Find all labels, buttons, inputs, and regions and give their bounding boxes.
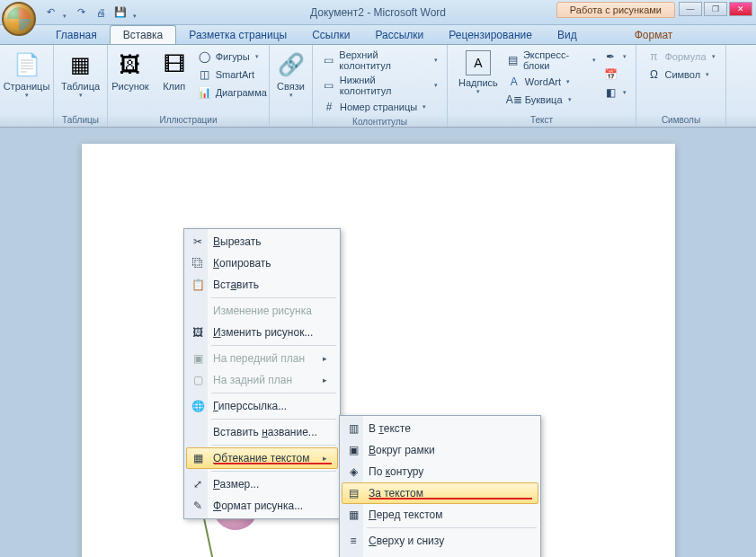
tab-view[interactable]: Вид [545,26,590,44]
wrap-top-bottom[interactable]: ≡Сверху и снизу [342,530,538,552]
submenu-arrow-icon: ▸ [323,376,327,385]
pi-icon: π [646,49,661,64]
menu-bring-front: ▣На передний план▸ [186,348,338,369]
submenu-arrow-icon: ▸ [323,354,327,363]
window-title: Документ2 - Microsoft Word [310,6,446,19]
header-icon: ▭ [322,53,335,67]
tab-insert[interactable]: Вставка [110,25,177,44]
shapes-icon: ◯ [198,49,212,64]
textbox-icon: A [466,50,491,75]
chart-button[interactable]: 📊Диаграмма [196,84,269,101]
wrap-square-icon: ▣ [345,442,361,458]
object-button[interactable]: ◧▾ [601,84,628,101]
signature-button[interactable]: ✒▾ [601,49,628,65]
ribbon-tabs: Главная Вставка Разметка страницы Ссылки… [0,25,756,45]
tab-pagelayout[interactable]: Разметка страницы [176,26,299,44]
annotation-redline [369,498,532,500]
wrap-inline-icon: ▥ [345,420,361,437]
smartart-button[interactable]: ◫SmartArt [196,66,269,83]
page-icon: 📄 [13,50,41,79]
table-button[interactable]: ▦ Таблица ▾ [58,49,103,101]
clip-icon: 🎞 [160,50,189,79]
menu-separator [211,471,336,472]
quick-access-toolbar: ↶ ↷ 🖨 💾 [43,5,138,20]
quickparts-button[interactable]: ▤Экспресс-блоки▾ [505,49,598,72]
footer-button[interactable]: ▭Нижний колонтитул▾ [320,74,440,97]
wrap-behind-text[interactable]: ▤За текстом [342,482,538,504]
picture-button[interactable]: 🖼 Рисунок [108,49,153,93]
menu-separator [211,419,336,420]
print-icon[interactable]: 🖨 [93,5,108,20]
dropcap-button[interactable]: A≣Буквица▾ [505,92,598,108]
shapes-button[interactable]: ◯Фигуры▾ [196,49,269,65]
clip-button[interactable]: 🎞 Клип [156,49,192,93]
qat-customize-icon[interactable] [133,5,138,20]
menu-separator [211,393,336,393]
menu-copy[interactable]: ⿻Копировать [186,252,338,274]
footer-icon: ▭ [322,78,336,93]
formula-button: πФормула▾ [645,49,716,65]
undo-icon[interactable]: ↶ [43,5,58,20]
close-button[interactable]: ✕ [729,2,752,16]
window-controls: — ❐ ✕ [679,2,752,16]
wrap-inline[interactable]: ▥В тексте [342,418,538,439]
wrap-square[interactable]: ▣Вокруг рамки [342,439,538,461]
title-bar: ↶ ↷ 🖨 💾 Документ2 - Microsoft Word Работ… [0,0,756,25]
menu-text-wrapping[interactable]: ▦Обтекание текстом▸ [186,447,338,469]
blocks-icon: ▤ [507,53,520,67]
office-button[interactable] [2,2,36,36]
chevron-down-icon: ▾ [289,92,293,99]
menu-separator [211,345,336,346]
chart-icon: 📊 [198,85,212,100]
menu-edit-picture[interactable]: 🖼Изменить рисунок... [186,322,338,343]
links-button[interactable]: 🔗 Связи ▾ [273,49,309,101]
menu-separator [211,297,336,298]
menu-size[interactable]: ⤢Размер... [186,473,338,495]
menu-send-back: ▢На задний план▸ [186,369,338,391]
signature-icon: ✒ [603,49,618,64]
datetime-button[interactable]: 📅 [601,66,628,83]
smartart-icon: ◫ [198,67,212,82]
format-icon: ✎ [190,498,206,514]
qat-dropdown-icon[interactable] [63,5,68,20]
menu-paste[interactable]: 📋Вставить [186,274,338,296]
wordart-button[interactable]: AWordArt▾ [505,74,598,90]
pages-button[interactable]: 📄 Страницы ▾ [0,49,53,101]
globe-icon: 🌐 [190,398,206,414]
textbox-button[interactable]: A Надпись ▾ [455,49,502,97]
wrap-through[interactable]: ◇Сквозное [342,552,538,557]
group-symbols: πФормула▾ ΩСимвол▾ Символы [636,45,726,127]
wrap-topbottom-icon: ≡ [345,533,361,549]
group-text: A Надпись ▾ ▤Экспресс-блоки▾ AWordArt▾ A… [448,45,636,127]
symbol-button[interactable]: ΩСимвол▾ [645,66,716,83]
tab-references[interactable]: Ссылки [299,26,362,44]
tab-mailings[interactable]: Рассылки [362,26,436,44]
scissors-icon: ✂ [190,234,206,250]
menu-hyperlink[interactable]: 🌐Гиперссылка... [186,395,338,417]
wrap-icon: ▦ [190,450,206,466]
send-back-icon: ▢ [190,372,206,388]
menu-separator [367,527,537,528]
tab-home[interactable]: Главная [43,26,110,44]
menu-change-picture: Изменение рисунка [186,300,338,322]
hash-icon: # [322,100,336,114]
menu-insert-caption[interactable]: Вставить название... [186,421,338,443]
tab-format[interactable]: Формат [622,26,686,44]
edit-picture-icon: 🖼 [190,324,206,340]
tab-review[interactable]: Рецензирование [436,26,545,44]
pagenumber-button[interactable]: #Номер страницы▾ [320,99,440,115]
wordart-icon: A [507,75,521,89]
redo-icon[interactable]: ↷ [74,5,88,20]
chevron-down-icon: ▾ [79,92,83,99]
minimize-button[interactable]: — [679,2,702,16]
wrap-tight[interactable]: ◈По контуру [342,461,538,482]
wrap-infront-text[interactable]: ▦Перед текстом [342,504,538,526]
bring-front-icon: ▣ [190,350,206,367]
group-links: 🔗 Связи ▾ [270,45,313,127]
save-icon[interactable]: 💾 [113,5,128,20]
header-button[interactable]: ▭Верхний колонтитул▾ [320,49,440,72]
menu-format-picture[interactable]: ✎Формат рисунка... [186,495,338,517]
maximize-button[interactable]: ❐ [704,2,727,16]
menu-cut[interactable]: ✂Вырезать [186,231,338,252]
contextual-tab-label: Работа с рисунками [556,2,675,18]
